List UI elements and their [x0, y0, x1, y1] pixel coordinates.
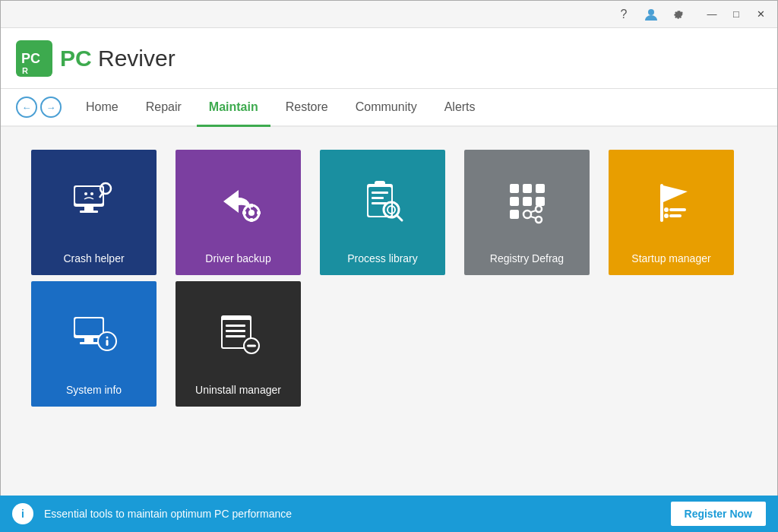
uninstall-manager-label: Uninstall manager — [195, 384, 281, 396]
header: PC R PC Reviver — [1, 28, 777, 89]
svg-rect-23 — [372, 202, 387, 204]
logo-text: PC Reviver — [60, 46, 176, 71]
svg-rect-39 — [660, 184, 663, 222]
tile-crash-helper[interactable]: Crash helper — [31, 150, 157, 275]
svg-rect-55 — [226, 330, 245, 332]
main-content: Crash helper Driver backup — [1, 127, 777, 496]
svg-rect-14 — [250, 204, 253, 207]
svg-rect-40 — [669, 208, 686, 211]
window-controls: — □ ✕ — [701, 5, 771, 24]
svg-rect-6 — [84, 207, 93, 211]
svg-rect-20 — [375, 181, 385, 187]
forward-arrow[interactable]: → — [40, 97, 62, 118]
svg-rect-46 — [84, 338, 93, 342]
svg-rect-16 — [242, 211, 246, 214]
svg-point-0 — [648, 9, 654, 15]
nav-bar: ← → Home Repair Maintain Restore Communi… — [1, 89, 777, 127]
svg-point-8 — [84, 192, 87, 195]
svg-rect-45 — [75, 318, 103, 335]
svg-rect-5 — [75, 187, 103, 204]
svg-line-37 — [531, 211, 536, 212]
svg-point-13 — [248, 210, 255, 216]
footer: i Essential tools to maintain optimum PC… — [0, 496, 778, 532]
close-button[interactable]: ✕ — [750, 5, 771, 24]
driver-backup-icon — [212, 150, 265, 252]
logo-pc: PC — [60, 46, 92, 71]
svg-rect-15 — [250, 218, 253, 222]
svg-rect-27 — [510, 184, 519, 193]
title-bar: ? — □ ✕ — [1, 1, 777, 28]
svg-point-42 — [664, 207, 669, 212]
svg-rect-53 — [223, 315, 250, 320]
logo-area: PC R PC Reviver — [16, 40, 176, 77]
nav-maintain[interactable]: Maintain — [197, 89, 270, 125]
svg-line-38 — [531, 217, 536, 218]
system-info-icon — [68, 281, 121, 384]
tile-startup-manager[interactable]: Startup manager — [609, 150, 734, 275]
svg-rect-31 — [523, 197, 532, 206]
startup-manager-icon — [645, 150, 698, 252]
svg-text:R: R — [22, 66, 28, 75]
nav-restore[interactable]: Restore — [274, 89, 340, 125]
svg-rect-30 — [510, 197, 519, 206]
process-library-icon — [356, 150, 410, 252]
tile-system-info[interactable]: System info — [31, 281, 157, 407]
settings-icon[interactable] — [668, 4, 689, 25]
svg-line-26 — [397, 215, 402, 220]
svg-rect-29 — [536, 184, 545, 193]
account-icon[interactable] — [640, 4, 662, 25]
nav-home[interactable]: Home — [74, 89, 131, 125]
svg-point-36 — [536, 217, 542, 223]
svg-point-43 — [664, 214, 669, 218]
svg-rect-21 — [372, 192, 388, 194]
svg-rect-28 — [523, 184, 532, 193]
svg-rect-54 — [226, 325, 245, 327]
tiles-row1: Crash helper Driver backup — [31, 150, 747, 275]
maximize-button[interactable]: □ — [726, 5, 747, 24]
minimize-button[interactable]: — — [701, 5, 723, 24]
logo-icon: PC R — [16, 40, 52, 77]
crash-helper-icon — [68, 150, 121, 252]
svg-point-34 — [523, 211, 531, 218]
back-arrow[interactable]: ← — [16, 97, 37, 118]
driver-backup-label: Driver backup — [205, 252, 270, 264]
registry-defrag-label: Registry Defrag — [490, 252, 564, 264]
footer-text: Essential tools to maintain optimum PC p… — [44, 508, 671, 520]
help-icon[interactable]: ? — [613, 4, 634, 25]
register-now-button[interactable]: Register Now — [671, 502, 766, 526]
crash-helper-label: Crash helper — [63, 252, 124, 264]
svg-rect-41 — [669, 214, 682, 217]
system-info-label: System info — [66, 384, 122, 396]
nav-arrows: ← → — [16, 97, 62, 118]
uninstall-manager-icon — [212, 281, 265, 384]
startup-manager-label: Startup manager — [631, 252, 710, 264]
svg-point-9 — [90, 192, 93, 195]
tile-registry-defrag[interactable]: Registry Defrag — [464, 150, 590, 275]
svg-rect-33 — [510, 210, 519, 219]
svg-rect-7 — [80, 211, 98, 213]
tile-uninstall-manager[interactable]: Uninstall manager — [176, 281, 301, 407]
svg-rect-56 — [226, 335, 245, 337]
tiles-row2: System info Uninstall man — [31, 281, 747, 407]
nav-alerts[interactable]: Alerts — [432, 89, 488, 125]
tile-process-library[interactable]: Process library — [320, 150, 445, 275]
tile-driver-backup[interactable]: Driver backup — [176, 150, 301, 275]
svg-text:PC: PC — [21, 51, 40, 66]
title-bar-icons: ? — [613, 4, 689, 25]
nav-community[interactable]: Community — [343, 89, 429, 125]
svg-point-35 — [536, 206, 542, 212]
svg-rect-32 — [536, 197, 545, 206]
process-library-label: Process library — [347, 252, 418, 264]
svg-rect-47 — [80, 342, 98, 344]
svg-rect-50 — [106, 340, 108, 346]
nav-repair[interactable]: Repair — [134, 89, 194, 125]
svg-point-49 — [106, 336, 108, 338]
footer-info-icon: i — [12, 503, 33, 524]
svg-rect-17 — [257, 211, 261, 214]
registry-defrag-icon — [501, 150, 554, 252]
svg-rect-58 — [247, 344, 256, 347]
svg-rect-22 — [372, 197, 384, 199]
